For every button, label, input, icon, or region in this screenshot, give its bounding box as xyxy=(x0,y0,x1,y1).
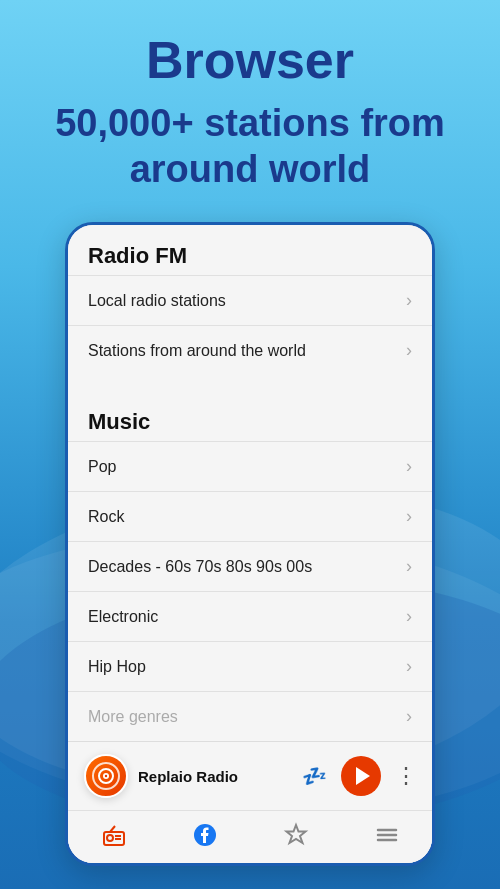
station-name: Replaio Radio xyxy=(138,768,292,785)
radio-fm-title: Radio FM xyxy=(88,243,187,268)
station-logo xyxy=(84,754,128,798)
hiphop-item[interactable]: Hip Hop › xyxy=(68,641,432,691)
player-controls: 💤 ⋮ xyxy=(302,756,416,796)
pop-label: Pop xyxy=(88,458,116,476)
pop-item[interactable]: Pop › xyxy=(68,441,432,491)
chevron-icon: › xyxy=(406,556,412,577)
nav-item-facebook[interactable] xyxy=(191,821,219,849)
chevron-icon: › xyxy=(406,290,412,311)
star-nav-icon xyxy=(282,821,310,849)
stations-world-label: Stations from around the world xyxy=(88,342,306,360)
play-triangle-icon xyxy=(356,767,370,785)
chevron-icon: › xyxy=(406,606,412,627)
more-options-icon[interactable]: ⋮ xyxy=(395,763,416,789)
hiphop-label: Hip Hop xyxy=(88,658,146,676)
page-subtitle: 50,000+ stations from around world xyxy=(0,101,500,192)
local-radio-item[interactable]: Local radio stations › xyxy=(68,275,432,325)
more-genres-item[interactable]: More genres › xyxy=(68,691,432,741)
nav-item-radio[interactable] xyxy=(100,821,128,849)
nav-item-menu[interactable] xyxy=(373,821,401,849)
music-title: Music xyxy=(88,409,150,434)
local-radio-label: Local radio stations xyxy=(88,292,226,310)
more-genres-label: More genres xyxy=(88,708,178,726)
music-section-header: Music xyxy=(68,375,432,441)
now-playing-bar: Replaio Radio 💤 ⋮ xyxy=(68,741,432,810)
radio-nav-icon xyxy=(100,821,128,849)
electronic-label: Electronic xyxy=(88,608,158,626)
decades-label: Decades - 60s 70s 80s 90s 00s xyxy=(88,558,312,576)
play-button[interactable] xyxy=(341,756,381,796)
chevron-icon: › xyxy=(406,340,412,361)
station-logo-inner xyxy=(92,762,120,790)
sleep-icon[interactable]: 💤 xyxy=(302,764,327,788)
chevron-icon: › xyxy=(406,506,412,527)
electronic-item[interactable]: Electronic › xyxy=(68,591,432,641)
menu-nav-icon xyxy=(373,821,401,849)
stations-around-world-item[interactable]: Stations from around the world › xyxy=(68,325,432,375)
svg-point-4 xyxy=(107,835,113,841)
svg-marker-9 xyxy=(286,825,305,843)
facebook-nav-icon xyxy=(191,821,219,849)
chevron-icon: › xyxy=(406,706,412,727)
nav-item-favorites[interactable] xyxy=(282,821,310,849)
chevron-icon: › xyxy=(406,656,412,677)
bottom-navigation xyxy=(68,810,432,863)
radio-fm-section-header: Radio FM xyxy=(68,225,432,275)
svg-point-2 xyxy=(105,775,107,777)
phone-card: Radio FM Local radio stations › Stations… xyxy=(65,222,435,866)
decades-item[interactable]: Decades - 60s 70s 80s 90s 00s › xyxy=(68,541,432,591)
chevron-icon: › xyxy=(406,456,412,477)
rock-item[interactable]: Rock › xyxy=(68,491,432,541)
page-title: Browser xyxy=(146,32,354,89)
rock-label: Rock xyxy=(88,508,124,526)
